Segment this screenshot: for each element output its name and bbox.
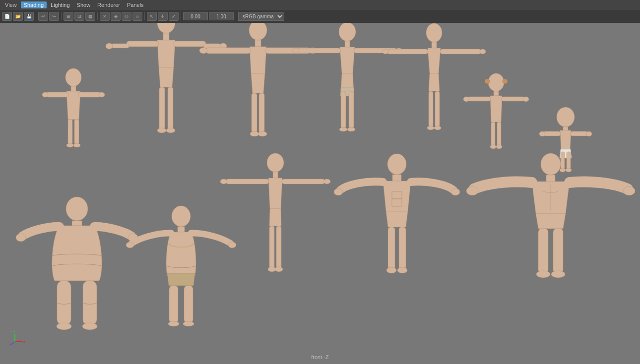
svg-rect-104 xyxy=(388,227,395,269)
axis-indicator: X Y xyxy=(5,329,25,349)
svg-rect-2 xyxy=(46,92,68,97)
svg-point-22 xyxy=(249,23,267,40)
svg-rect-91 xyxy=(273,172,278,178)
svg-rect-29 xyxy=(259,93,264,133)
svg-point-52 xyxy=(488,73,504,91)
svg-rect-18 xyxy=(159,87,165,129)
svg-rect-55 xyxy=(494,91,499,96)
svg-point-72 xyxy=(560,168,566,172)
svg-point-94 xyxy=(220,179,227,184)
svg-rect-83 xyxy=(178,227,185,232)
svg-point-82 xyxy=(172,206,191,227)
svg-point-107 xyxy=(397,267,407,273)
svg-rect-28 xyxy=(252,93,257,133)
svg-point-88 xyxy=(168,321,179,326)
svg-rect-93 xyxy=(282,179,325,184)
svg-point-110 xyxy=(466,186,478,195)
svg-point-59 xyxy=(523,97,529,102)
svg-point-100 xyxy=(387,154,406,175)
svg-rect-15 xyxy=(203,44,221,48)
layout-btn-2[interactable]: ⊡ xyxy=(74,12,84,21)
menu-shading[interactable]: Shading xyxy=(21,1,47,8)
svg-rect-113 xyxy=(553,229,563,273)
svg-point-21 xyxy=(166,128,175,133)
layout-btn-3[interactable]: ▦ xyxy=(85,12,95,21)
save-button[interactable]: 💾 xyxy=(24,12,34,21)
svg-point-99 xyxy=(275,267,283,272)
svg-point-74 xyxy=(66,197,88,221)
svg-point-90 xyxy=(267,153,284,172)
tool-2[interactable]: ◈ xyxy=(111,12,121,21)
menu-lighting[interactable]: Lighting xyxy=(48,1,73,8)
svg-rect-71 xyxy=(567,152,571,169)
svg-point-10 xyxy=(157,23,175,33)
svg-point-64 xyxy=(557,107,575,127)
separator-4 xyxy=(144,12,145,20)
tool-3[interactable]: ◎ xyxy=(122,12,131,21)
svg-point-114 xyxy=(536,271,550,278)
svg-point-9 xyxy=(73,143,80,147)
svg-rect-19 xyxy=(168,87,173,129)
svg-point-16 xyxy=(106,43,113,49)
svg-text:Y: Y xyxy=(13,330,16,334)
svg-rect-39 xyxy=(349,91,354,128)
svg-point-30 xyxy=(250,131,259,136)
move-tool[interactable]: ✛ xyxy=(158,12,168,21)
scale-tool[interactable]: ⤢ xyxy=(169,12,179,21)
svg-point-89 xyxy=(183,321,194,326)
svg-rect-6 xyxy=(68,120,72,144)
svg-rect-1 xyxy=(71,86,76,91)
separator-3 xyxy=(97,12,98,20)
layout-btn-1[interactable]: ⊞ xyxy=(64,12,73,21)
menu-show[interactable]: Show xyxy=(74,1,94,8)
redo-button[interactable]: ↪ xyxy=(49,12,59,21)
svg-point-76 xyxy=(16,234,26,242)
svg-rect-70 xyxy=(561,152,565,169)
tool-4[interactable]: ☼ xyxy=(132,12,142,21)
svg-point-46 xyxy=(383,49,388,54)
svg-point-53 xyxy=(485,79,490,84)
svg-point-106 xyxy=(386,267,396,273)
svg-point-68 xyxy=(539,131,545,136)
open-button[interactable]: 📂 xyxy=(13,12,23,21)
svg-rect-23 xyxy=(255,40,261,47)
new-button[interactable]: 📄 xyxy=(2,12,12,21)
svg-rect-13 xyxy=(174,41,206,47)
svg-rect-45 xyxy=(440,49,481,54)
svg-rect-49 xyxy=(435,91,440,127)
offset-x-input[interactable] xyxy=(183,12,208,20)
separator-6 xyxy=(236,12,236,20)
svg-point-47 xyxy=(480,49,486,54)
svg-rect-11 xyxy=(163,33,169,40)
svg-rect-75 xyxy=(72,221,82,226)
svg-point-63 xyxy=(496,145,502,149)
svg-rect-57 xyxy=(502,97,525,101)
svg-point-26 xyxy=(199,48,207,54)
svg-rect-43 xyxy=(432,42,437,48)
svg-rect-97 xyxy=(276,226,281,268)
menu-view[interactable]: View xyxy=(2,1,20,8)
colorspace-select[interactable]: sRGB gamma Linear Raw xyxy=(238,12,284,21)
svg-point-40 xyxy=(339,127,347,131)
svg-rect-87 xyxy=(184,286,193,323)
svg-rect-61 xyxy=(497,122,501,146)
offset-y-input[interactable] xyxy=(209,12,234,20)
svg-rect-44 xyxy=(387,49,428,54)
view-label: front -Z xyxy=(311,354,328,360)
tool-1[interactable]: ✕ xyxy=(100,12,110,21)
svg-rect-109 xyxy=(546,175,555,182)
svg-rect-60 xyxy=(491,122,495,146)
svg-point-73 xyxy=(566,168,572,172)
svg-point-54 xyxy=(503,79,508,84)
separator-2 xyxy=(61,12,62,20)
undo-button[interactable]: ↩ xyxy=(38,12,48,21)
svg-rect-12 xyxy=(127,41,159,47)
svg-point-69 xyxy=(586,131,592,136)
select-tool[interactable]: ↖ xyxy=(147,12,157,21)
menu-panels[interactable]: Panels xyxy=(124,1,147,8)
svg-point-102 xyxy=(334,188,343,195)
svg-point-81 xyxy=(82,323,97,330)
menu-renderer[interactable]: Renderer xyxy=(94,1,123,8)
svg-rect-96 xyxy=(269,226,274,268)
svg-point-41 xyxy=(347,127,355,131)
